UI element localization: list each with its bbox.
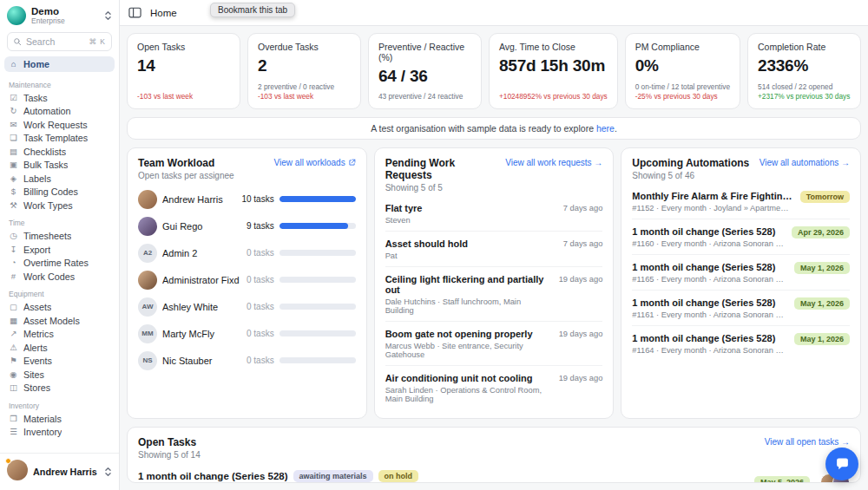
sidebar-item-tasks[interactable]: ☑Tasks xyxy=(0,91,119,105)
sidebar-item-alerts[interactable]: ⚠Alerts xyxy=(0,341,119,355)
due-date-badge: May 1, 2026 xyxy=(794,333,850,345)
card-subtitle: Open tasks per assignee xyxy=(138,171,234,180)
tab-home[interactable]: Home xyxy=(150,8,177,18)
sidebar-item-work-requests[interactable]: ✉Work Requests xyxy=(0,118,119,132)
sidebar-item-work-types[interactable]: ⚒Work Types xyxy=(0,199,119,212)
sidebar-item-assets[interactable]: ▢Assets xyxy=(0,300,119,314)
open-task-row[interactable]: 1 month oil change (Series 528) awaiting… xyxy=(138,461,850,483)
sidebar-item-events[interactable]: ⚑Events xyxy=(0,354,119,368)
workload-row[interactable]: Gui Rego 9 tasks xyxy=(138,212,356,239)
sidebar-item-materials[interactable]: ❒Materials xyxy=(0,412,119,426)
work-request-list: Flat tyreSteven 7 days ago Asset should … xyxy=(385,196,603,409)
sidebar: Demo Enterprise Search ⌘ K ⌂ Home Mainte… xyxy=(0,0,120,490)
team-workload-header: Team Workload Open tasks per assignee xyxy=(138,157,234,180)
workload-row[interactable]: A2 Admin 2 0 tasks xyxy=(138,239,356,266)
automation-title: Monthly Fire Alarm & Fire Fighting – PPM… xyxy=(632,191,792,201)
sidebar-item-home[interactable]: ⌂ Home xyxy=(4,56,115,72)
org-logo xyxy=(7,6,26,25)
view-all-open-tasks-link[interactable]: View all open tasks → xyxy=(765,437,850,447)
view-all-work-requests-link[interactable]: View all work requests → xyxy=(505,158,602,167)
sidebar-item-label: Assets xyxy=(23,302,51,312)
store-icon: ◫ xyxy=(9,383,18,392)
request-age: 7 days ago xyxy=(563,239,603,260)
sidebar-item-label: Bulk Tasks xyxy=(23,160,68,170)
sidebar-item-export[interactable]: ↧Export xyxy=(0,243,119,257)
sidebar-section-equipment: Equipment xyxy=(9,290,110,298)
workload-row[interactable]: MM Marty McFly 0 tasks xyxy=(138,320,356,347)
task-count: 10 tasks xyxy=(241,194,273,204)
workload-row[interactable]: NS Nic Stauber 0 tasks xyxy=(138,347,356,374)
kpi-title: Overdue Tasks xyxy=(258,42,351,52)
sidebar-item-task-templates[interactable]: ❏Task Templates xyxy=(0,131,119,145)
automation-row[interactable]: 1 month oil change (Series 528)#1161 · E… xyxy=(632,291,850,326)
search-shortcut: ⌘ K xyxy=(89,37,106,46)
org-switcher[interactable]: Demo Enterprise xyxy=(0,0,119,30)
sidebar-item-metrics[interactable]: ↗Metrics xyxy=(0,327,119,341)
workload-bar xyxy=(279,304,356,310)
sidebar-toggle-button[interactable] xyxy=(128,7,141,18)
automation-row[interactable]: 1 month oil change (Series 528)#1164 · E… xyxy=(632,326,850,361)
work-request-row[interactable]: Air conditioning unit not coolingSarah L… xyxy=(385,366,603,409)
search-icon xyxy=(13,37,22,46)
open-task-list: 1 month oil change (Series 528) awaiting… xyxy=(138,461,850,483)
kpi-subtext: -103 vs last week xyxy=(137,92,230,101)
work-request-row[interactable]: Ceiling light flickering and partially o… xyxy=(385,267,603,322)
assignee-name: Nic Stauber xyxy=(162,356,241,366)
kpi-row: Open Tasks 14 -103 vs last week Overdue … xyxy=(127,33,861,109)
sidebar-item-inventory[interactable]: ☰Inventory xyxy=(0,425,119,439)
automation-row[interactable]: 1 month oil change (Series 528)#1160 · E… xyxy=(632,219,850,255)
request-age: 7 days ago xyxy=(563,204,603,225)
task-count: 0 tasks xyxy=(247,275,274,284)
request-age: 19 days ago xyxy=(559,374,603,403)
kpi-subtext: +2317% vs previous 30 days xyxy=(758,92,851,101)
view-all-workloads-link[interactable]: View all workloads xyxy=(274,158,356,167)
template-icon: ❏ xyxy=(9,134,18,142)
view-all-automations-link[interactable]: View all automations → xyxy=(760,158,850,167)
banner-here-link[interactable]: here xyxy=(596,123,615,134)
topbar: Home Bookmark this tab xyxy=(120,0,868,26)
sidebar-item-asset-models[interactable]: ▦Asset Models xyxy=(0,314,119,328)
user-menu[interactable]: Andrew Harris xyxy=(0,453,119,490)
sidebar-item-timesheets[interactable]: ◷Timesheets xyxy=(0,229,119,243)
chevrons-up-down-icon xyxy=(104,10,112,21)
sidebar-item-billing-codes[interactable]: $Billing Codes xyxy=(0,185,119,199)
sidebar-item-overtime-rates[interactable]: ◔Overtime Rates xyxy=(0,256,119,270)
sidebar-item-stores[interactable]: ◫Stores xyxy=(0,381,119,395)
chat-launcher-button[interactable] xyxy=(825,448,858,480)
assignee-name: Andrew Harris xyxy=(162,194,236,205)
sidebar-item-checklists[interactable]: ▤Checklists xyxy=(0,145,119,159)
sidebar-item-labels[interactable]: ◈Labels xyxy=(0,172,119,186)
sidebar-item-work-codes[interactable]: #Work Codes xyxy=(0,270,119,284)
card-subtitle: Showing 5 of 14 xyxy=(138,450,201,460)
kpi-subtext: 2 preventive / 0 reactive xyxy=(258,82,351,91)
request-title: Air conditioning unit not cooling xyxy=(385,373,550,383)
workload-bar xyxy=(279,223,356,229)
automation-title: 1 month oil change (Series 528) xyxy=(632,333,787,343)
work-request-row[interactable]: Boom gate not opening properlyMarcus Web… xyxy=(385,322,603,366)
sidebar-item-label: Timesheets xyxy=(23,231,71,241)
card-title: Open Tasks xyxy=(138,436,201,448)
work-request-row[interactable]: Asset should holdPat 7 days ago xyxy=(385,232,603,267)
request-title: Boom gate not opening properly xyxy=(385,329,550,339)
automation-row[interactable]: Monthly Fire Alarm & Fire Fighting – PPM… xyxy=(632,184,850,219)
sidebar-item-sites[interactable]: ◉Sites xyxy=(0,368,119,382)
workload-row[interactable]: Andrew Harris 10 tasks xyxy=(138,186,356,212)
kpi-subtext: -103 vs last week xyxy=(258,92,351,101)
request-meta: Steven xyxy=(385,216,555,225)
sidebar-item-bulk-tasks[interactable]: ▣Bulk Tasks xyxy=(0,158,119,172)
kpi-subtext: 43 preventive / 24 reactive xyxy=(378,92,471,101)
status-badge: on hold xyxy=(378,470,419,482)
open-tasks-card: Open Tasks Showing 5 of 14 View all open… xyxy=(127,427,861,483)
sidebar-item-label: Alerts xyxy=(23,343,48,353)
task-title: 1 month oil change (Series 528) xyxy=(138,471,288,481)
work-request-row[interactable]: Flat tyreSteven 7 days ago xyxy=(385,196,603,232)
workload-row[interactable]: Administrator Fixd 0 tasks xyxy=(138,266,356,293)
request-title: Ceiling light flickering and partially o… xyxy=(385,274,550,295)
sidebar-item-automation[interactable]: ↻Automation xyxy=(0,104,119,118)
workload-row[interactable]: AW Ashley White 0 tasks xyxy=(138,293,356,320)
automation-meta: #1152 · Every month · Joyland » Apartmen… xyxy=(632,204,792,212)
workload-bar xyxy=(279,250,356,256)
automation-row[interactable]: 1 month oil change (Series 528)#1165 · E… xyxy=(632,255,850,291)
request-age: 19 days ago xyxy=(559,330,603,359)
search-input[interactable]: Search ⌘ K xyxy=(7,32,112,51)
